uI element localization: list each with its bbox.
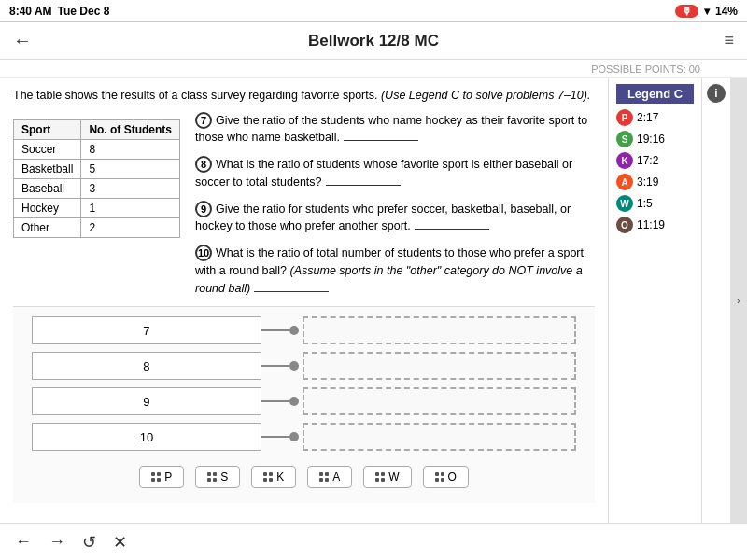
match-connector [261, 432, 299, 441]
question-text: Give the ratio for students who prefer s… [195, 203, 571, 233]
match-drop-zone[interactable] [303, 316, 576, 344]
table-row: Baseball3 [14, 178, 180, 198]
table-cell: Other [14, 217, 81, 237]
chip-label: K [276, 470, 284, 483]
connector-dot [289, 432, 299, 441]
info-button[interactable]: i [707, 84, 726, 103]
nav-refresh-button[interactable]: ↺ [82, 532, 96, 553]
intro-italic: (Use Legend C to solve problems 7–10). [381, 89, 590, 102]
chip-grid-icon [263, 472, 273, 482]
chip-label: A [332, 470, 340, 483]
main-content: The table shows the results of a class s… [0, 78, 747, 523]
table-cell: 3 [81, 178, 180, 198]
legend-title: Legend C [616, 84, 694, 104]
left-panel: The table shows the results of a class s… [0, 78, 609, 523]
question-8: 8What is the ratio of students whose fav… [195, 156, 595, 191]
top-nav: ← Bellwork 12/8 MC ≡ [0, 22, 747, 60]
mic-button[interactable]: 🎙 [675, 5, 698, 18]
legend-circle: S [616, 131, 633, 147]
nav-close-button[interactable]: ✕ [113, 532, 127, 553]
connector-dot [289, 397, 299, 406]
legend-item-s: S 19:16 [616, 131, 694, 147]
table-row: Soccer8 [14, 139, 180, 159]
menu-button[interactable]: ≡ [724, 31, 734, 50]
answer-line [415, 229, 489, 230]
chip-grid-icon [151, 472, 161, 482]
legend-item-k: K 17:2 [616, 152, 694, 169]
table-cell: Basketball [14, 159, 81, 178]
legend-item-o: O 11:19 [616, 217, 694, 233]
legend-item-p: P 2:17 [616, 109, 694, 126]
intro-text: The table shows the results of a class s… [13, 88, 595, 105]
legend-circle: O [616, 217, 633, 233]
connector-line [261, 400, 289, 402]
page-title: Bellwork 12/8 MC [308, 32, 439, 50]
chip-w[interactable]: W [363, 466, 411, 488]
info-panel: i [702, 78, 730, 523]
sports-table: Sport No. of Students Soccer8Basketball5… [13, 119, 180, 238]
table-cell: 8 [81, 139, 180, 159]
match-row: 7 [32, 316, 576, 344]
table-cell: 5 [81, 159, 180, 178]
table-row: Basketball5 [14, 159, 180, 178]
legend-value: 2:17 [637, 111, 658, 124]
battery-display: 14% [715, 5, 738, 18]
chip-o[interactable]: O [423, 466, 469, 488]
connector-line [261, 436, 289, 438]
chip-label: W [388, 470, 399, 483]
chip-label: S [220, 470, 228, 483]
date-display: Tue Dec 8 [58, 5, 110, 18]
collapse-button[interactable]: › [730, 78, 747, 523]
question-number: 9 [195, 201, 212, 217]
chip-p[interactable]: P [139, 466, 184, 488]
possible-points-bar: POSSIBLE POINTS: 00 [0, 60, 747, 78]
chip-k[interactable]: K [251, 466, 296, 488]
match-left-label: 7 [32, 316, 261, 344]
nav-back-button[interactable]: ← [15, 532, 32, 552]
connector-dot [289, 326, 299, 335]
legend-item-a: A 3:19 [616, 174, 694, 190]
chip-grid-icon [435, 472, 444, 482]
question-9: 9Give the ratio for students who prefer … [195, 201, 595, 236]
question-number: 10 [195, 245, 212, 261]
table-cell: Baseball [14, 178, 81, 198]
possible-points-text: POSSIBLE POINTS: 00 [591, 63, 700, 75]
legend-panel: Legend C P 2:17 S 19:16 K 17:2 A 3:19 W … [609, 78, 702, 523]
status-bar: 8:40 AM Tue Dec 8 🎙 ▾ 14% [0, 0, 747, 22]
chip-s[interactable]: S [195, 466, 240, 488]
chip-grid-icon [207, 472, 217, 482]
chip-a[interactable]: A [307, 466, 352, 488]
back-button[interactable]: ← [13, 30, 32, 51]
table-row: Hockey1 [14, 198, 180, 217]
legend-value: 19:16 [637, 133, 665, 146]
connector-dot [289, 361, 299, 371]
legend-value: 1:5 [637, 197, 653, 210]
answer-line [326, 185, 401, 186]
match-drop-zone[interactable] [303, 423, 576, 451]
nav-forward-button[interactable]: → [49, 532, 65, 552]
legend-value: 17:2 [637, 154, 658, 167]
table-row: Other2 [14, 217, 180, 237]
wifi-icon: ▾ [704, 5, 710, 18]
legend-item-w: W 1:5 [616, 195, 694, 212]
match-left-label: 8 [32, 352, 261, 380]
legend-circle: P [616, 109, 633, 126]
match-area: 7 8 9 10 [13, 306, 595, 503]
chip-grid-icon [375, 472, 385, 482]
match-connector [261, 397, 299, 406]
table-cell: Soccer [14, 139, 81, 159]
legend-value: 3:19 [637, 175, 658, 189]
bottom-nav: ← → ↺ ✕ [0, 523, 747, 560]
question-7: 7Give the ratio of the students who name… [195, 112, 595, 147]
connector-line [261, 329, 289, 331]
match-drop-zone[interactable] [303, 352, 576, 380]
table-cell: 2 [81, 217, 180, 237]
match-drop-zone[interactable] [303, 387, 576, 415]
questions-area: 7Give the ratio of the students who name… [195, 112, 595, 307]
match-row: 9 [32, 387, 576, 415]
match-left-label: 10 [32, 423, 261, 451]
chip-label: P [164, 470, 172, 483]
legend-circle: W [616, 195, 633, 212]
legend-circle: A [616, 174, 633, 190]
match-left-label: 9 [32, 387, 261, 415]
